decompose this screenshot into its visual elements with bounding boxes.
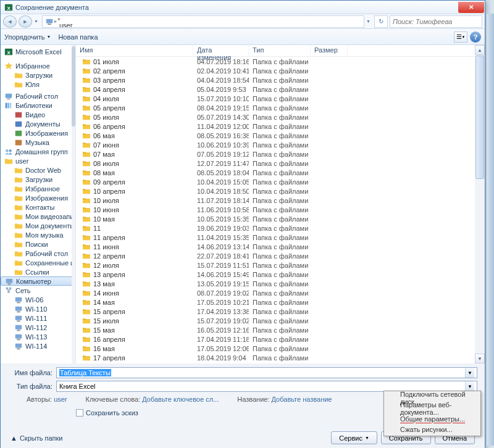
filename-input[interactable]: Таблица Тексты▼ [56,367,477,378]
refresh-button[interactable]: ↻ [374,15,388,28]
file-row[interactable]: 14 июня08.07.2019 19:02Папка с файлами [76,288,485,297]
file-row[interactable]: 02 апреля02.04.2019 10:41Папка с файлами [76,66,485,75]
sidebar-item[interactable]: Юля [1,80,75,89]
ctx-compress-pictures[interactable]: Сжать рисунки... [385,424,479,434]
sidebar-item[interactable]: WI-112 [1,323,75,332]
breadcrumb[interactable]: ▸ Компьютер▸Локальный диск (C:)▸Пользова… [42,15,364,28]
chevron-down-icon[interactable]: ▼ [465,368,474,378]
sidebar-item[interactable]: Музыка [1,138,75,147]
sidebar-item[interactable]: Мои видеозапи [1,212,75,221]
file-row[interactable]: 03 апреля04.04.2019 18:54Папка с файлами [76,75,485,85]
sidebar-item[interactable]: Изображения [1,193,75,202]
file-row[interactable]: 10 апреля10.04.2019 18:50Папка с файлами [76,186,485,196]
organize-button[interactable]: Упорядочить ▼ [4,33,51,41]
file-row[interactable]: 07 июня10.06.2019 10:39Папка с файлами [76,140,485,149]
file-row[interactable]: 13 мая13.05.2019 19:15Папка с файлами [76,279,485,288]
authors-value[interactable]: user [54,396,67,403]
sidebar-item[interactable]: Документы [1,119,75,128]
file-row[interactable]: 12 июля15.07.2019 11:51Папка с файлами [76,260,485,270]
sidebar-item[interactable]: Мои документы [1,221,75,230]
file-row[interactable]: 16 мая17.05.2019 12:06Папка с файлами [76,344,485,353]
sidebar-item[interactable]: Doctor Web [1,165,75,175]
file-row[interactable]: 11 апреля11.04.2019 15:35Папка с файлами [76,233,485,242]
folder-icon [82,77,91,84]
ctx-web-options[interactable]: Параметры веб-документа... [385,403,479,413]
sidebar-item-libraries[interactable]: Библиотеки [1,101,75,110]
file-row[interactable]: 05 июля05.07.2019 14:30Папка с файлами [76,112,485,122]
file-row[interactable]: 15 апреля17.04.2019 13:38Папка с файлами [76,307,485,316]
file-row[interactable]: 06 апреля11.04.2019 12:00Папка с файлами [76,122,485,131]
close-button[interactable]: ✕ [458,2,484,13]
folder-icon [82,132,91,139]
file-row[interactable]: 06 мая08.05.2019 16:38Папка с файлами [76,131,485,140]
folder-icon [14,231,23,239]
hide-folders-button[interactable]: ▲ Скрыть папки [10,434,62,442]
folder-icon [82,289,91,297]
sidebar-item[interactable]: Рабочий стол [1,249,75,258]
file-row[interactable]: 10 мая10.05.2019 15:35Папка с файлами [76,214,485,223]
sidebar-item[interactable]: Видео [1,110,75,119]
sidebar-item-user[interactable]: user [1,156,75,165]
col-size[interactable]: Размер [311,45,348,56]
breadcrumb-segment[interactable]: user [57,22,125,28]
sidebar-item[interactable]: WI-113 [1,332,75,341]
file-row[interactable]: 04 июля15.07.2019 10:10Папка с файлами [76,94,485,103]
sidebar-item[interactable]: WI-114 [1,341,75,351]
sidebar-item-desktop[interactable]: Рабочий стол [1,91,75,101]
file-row[interactable]: 17 апреля18.04.2019 9:04Папка с файлами [76,353,485,362]
file-row[interactable]: 1119.06.2019 19:03Папка с файлами [76,223,485,233]
file-row[interactable]: 01 июля04.07.2019 18:16Папка с файлами [76,57,485,66]
file-row[interactable]: 15 мая16.05.2019 12:16Папка с файлами [76,325,485,334]
sidebar-item[interactable]: WI-111 [1,313,75,323]
sidebar-item[interactable]: Загрузки [1,70,75,80]
file-scrollbar[interactable]: ▲ ▼ [475,45,485,363]
title-value[interactable]: Добавьте название [272,396,332,403]
search-input[interactable] [390,15,482,28]
file-row[interactable]: 16 апреля17.04.2019 11:18Папка с файлами [76,334,485,344]
sidebar-item[interactable]: WI-06 [1,295,75,304]
search-icon [479,18,479,25]
sidebar-item-homegroup[interactable]: Домашняя групп [1,147,75,156]
new-folder-button[interactable]: Новая папка [58,33,98,41]
file-row[interactable]: 12 апреля22.07.2019 18:41Папка с файлами [76,251,485,260]
nav-back-button[interactable]: ◄ [3,15,17,28]
file-row[interactable]: 04 апреля05.04.2019 9:53Папка с файлами [76,85,485,94]
view-mode-button[interactable]: ☰▼ [454,31,467,43]
col-date[interactable]: Дата изменения [193,45,249,56]
file-row[interactable]: 15 июля15.07.2019 19:02Папка с файлами [76,316,485,325]
col-name[interactable]: Имя [76,45,193,56]
keywords-value[interactable]: Добавьте ключевое сл... [142,396,219,403]
nav-forward-button[interactable]: ► [19,15,32,28]
file-row[interactable]: 07 мая07.05.2019 19:12Папка с файлами [76,149,485,159]
sidebar-item-excel[interactable]: X Microsoft Excel [1,47,75,56]
sidebar-item-network[interactable]: Сеть [1,286,75,295]
file-row[interactable]: 08 мая08.05.2019 18:04Папка с файлами [76,168,485,177]
file-row[interactable]: 05 апреля08.04.2019 19:15Папка с файлами [76,103,485,112]
file-row[interactable]: 09 апреля10.04.2019 15:05Папка с файлами [76,177,485,186]
file-row[interactable]: 13 апреля14.06.2019 15:49Папка с файлами [76,270,485,279]
sidebar-item[interactable]: Поиски [1,239,75,249]
sidebar-item[interactable]: Контакты [1,202,75,212]
sidebar-item[interactable]: Изображения [1,128,75,138]
sidebar-item[interactable]: Моя музыка [1,230,75,239]
folder-icon [14,185,23,193]
sidebar-item-computer[interactable]: Компьютер [1,276,75,286]
nav-history-drop[interactable]: ▼ [34,19,40,23]
tools-button[interactable]: Сервис ▼ [331,431,377,444]
sidebar-item[interactable]: WI-110 [1,304,75,313]
sidebar-item[interactable]: Сохраненные и [1,258,75,267]
breadcrumb-drop[interactable]: ▼ [366,19,372,23]
file-row[interactable]: 10 июня11.06.2019 10:58Папка с файлами [76,205,485,214]
file-row[interactable]: 14 мая17.05.2019 10:21Папка с файлами [76,297,485,307]
sidebar-scrollbar[interactable] [72,45,75,363]
col-type[interactable]: Тип [249,45,311,56]
file-row[interactable]: 11 июня14.06.2019 13:14Папка с файлами [76,242,485,251]
file-row[interactable]: 10 июля11.07.2019 18:14Папка с файлами [76,196,485,205]
folder-icon [14,249,23,258]
sidebar-item[interactable]: Загрузки [1,175,75,184]
sidebar-item-favorites[interactable]: Избранное [1,61,75,70]
help-button[interactable]: ? [470,31,481,43]
sidebar-item[interactable]: Ссылки [1,267,75,276]
sidebar-item[interactable]: Избранное [1,184,75,193]
file-row[interactable]: 08 июля12.07.2019 11:47Папка с файлами [76,159,485,168]
